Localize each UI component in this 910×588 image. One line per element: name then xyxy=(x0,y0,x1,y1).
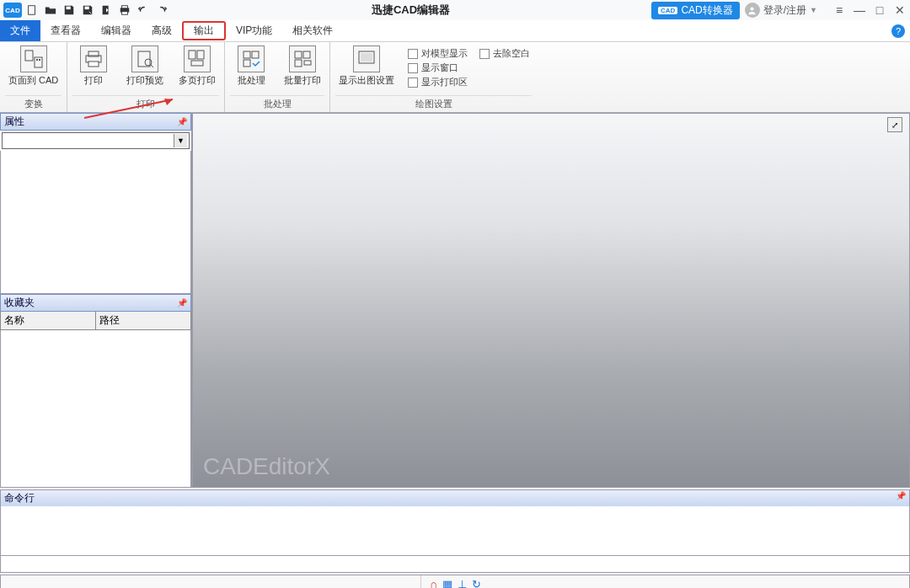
batch-print-label: 批量打印 xyxy=(284,74,321,87)
redo-icon[interactable] xyxy=(153,2,170,19)
check-show-print-area[interactable]: 显示打印区 xyxy=(408,76,468,88)
pin-icon[interactable]: 📌 xyxy=(177,117,187,126)
page-to-cad-button[interactable]: 页面到 CAD xyxy=(5,44,62,88)
ribbon-group-print: 打印 打印预览 多页打印 打印 xyxy=(67,42,225,112)
print-preview-button[interactable]: 打印预览 xyxy=(123,44,167,88)
close-icon[interactable]: ✕ xyxy=(893,3,907,17)
command-output xyxy=(1,506,909,555)
command-panel: 命令行 📌 xyxy=(0,489,910,573)
svg-rect-22 xyxy=(244,60,250,67)
favorites-panel-header[interactable]: 收藏夹 📌 xyxy=(0,294,191,312)
cad-converter-label: CAD转换器 xyxy=(681,3,732,18)
user-login-button[interactable]: 登录/注册 ▼ xyxy=(745,3,817,18)
svg-rect-7 xyxy=(25,51,33,61)
menu-viewer[interactable]: 查看器 xyxy=(40,20,91,41)
ortho-icon[interactable]: ⊥ xyxy=(458,578,467,589)
checkbox-icon xyxy=(408,63,418,73)
checkbox-icon xyxy=(479,49,490,59)
maximize-icon[interactable]: □ xyxy=(873,3,886,17)
help-icon[interactable]: ? xyxy=(891,24,905,38)
export-icon[interactable] xyxy=(98,2,115,19)
properties-combo[interactable]: ▼ xyxy=(2,132,190,149)
menu-icon[interactable]: ≡ xyxy=(832,3,846,17)
check-model-display[interactable]: 对模型显示 xyxy=(408,47,468,60)
status-bar: ∩ ▦ ⊥ ↻ xyxy=(0,575,910,588)
pin-icon[interactable]: 📌 xyxy=(896,491,906,505)
svg-rect-28 xyxy=(361,53,372,61)
command-title: 命令行 xyxy=(4,491,35,505)
minimize-icon[interactable]: — xyxy=(853,3,866,17)
favorites-panel: 收藏夹 📌 名称 路径 xyxy=(0,294,191,488)
polar-icon[interactable]: ↻ xyxy=(472,578,481,589)
user-avatar-icon xyxy=(745,3,760,18)
ribbon-group-plot-settings-label: 绘图设置 xyxy=(335,95,532,112)
print-button[interactable]: 打印 xyxy=(72,44,115,88)
snap-magnet-icon[interactable]: ∩ xyxy=(430,578,437,589)
menu-output[interactable]: 输出 xyxy=(182,21,226,40)
main-area: 属性 📌 ▼ 收藏夹 📌 名称 路径 ⤢ CADEditorX xyxy=(0,113,910,488)
checkbox-icon xyxy=(408,49,418,59)
menu-editor[interactable]: 编辑器 xyxy=(91,20,142,41)
command-input[interactable] xyxy=(1,555,909,572)
svg-rect-26 xyxy=(304,61,311,65)
open-folder-icon[interactable] xyxy=(42,2,59,19)
properties-panel: 属性 📌 ▼ xyxy=(0,113,191,294)
properties-title: 属性 xyxy=(4,115,24,129)
svg-rect-1 xyxy=(67,7,71,10)
menu-file[interactable]: 文件 xyxy=(0,20,40,41)
ribbon-group-transform: 页面到 CAD 变换 xyxy=(0,42,67,112)
save-as-icon[interactable] xyxy=(79,2,96,19)
ribbon-group-print-label: 打印 xyxy=(72,95,219,112)
app-logo-icon: CAD xyxy=(3,3,22,18)
multi-page-print-button[interactable]: 多页打印 xyxy=(175,44,219,88)
undo-icon[interactable] xyxy=(135,2,152,19)
favorites-col-path[interactable]: 路径 xyxy=(96,312,190,329)
plot-settings-icon xyxy=(353,45,380,72)
ribbon-toolbar: 页面到 CAD 变换 打印 打印预览 多页打印 打印 批处理 xyxy=(0,42,910,113)
window-title: 迅捷CAD编辑器 xyxy=(170,3,651,18)
svg-rect-8 xyxy=(35,57,42,67)
menu-advanced[interactable]: 高级 xyxy=(142,20,182,41)
menu-related-software[interactable]: 相关软件 xyxy=(282,20,343,41)
new-file-icon[interactable] xyxy=(24,2,40,19)
check-remove-blank[interactable]: 去除空白 xyxy=(479,47,530,60)
checkbox-icon xyxy=(408,78,418,88)
ribbon-group-transform-label: 变换 xyxy=(5,95,62,112)
title-bar-right: CAD CAD转换器 登录/注册 ▼ ≡ — □ ✕ xyxy=(651,2,907,19)
favorites-title: 收藏夹 xyxy=(4,296,35,310)
svg-point-15 xyxy=(145,59,152,66)
cad-converter-button[interactable]: CAD CAD转换器 xyxy=(651,2,740,19)
cad-badge-icon: CAD xyxy=(658,7,677,14)
pin-icon[interactable]: 📌 xyxy=(177,298,187,307)
favorites-col-name[interactable]: 名称 xyxy=(1,312,96,329)
command-panel-header[interactable]: 命令行 📌 xyxy=(1,490,909,506)
title-bar: CAD 迅捷CAD编辑器 CAD CAD转换器 登录/注册 ▼ ≡ — □ ✕ xyxy=(0,0,910,20)
svg-rect-25 xyxy=(295,60,302,67)
canvas-watermark: CADEditorX xyxy=(203,453,330,480)
menu-vip[interactable]: VIP功能 xyxy=(226,20,282,41)
side-panels: 属性 📌 ▼ 收藏夹 📌 名称 路径 xyxy=(0,113,192,488)
properties-panel-header[interactable]: 属性 📌 xyxy=(0,113,191,131)
batch-button[interactable]: 批处理 xyxy=(230,44,272,88)
ribbon-group-batch-label: 批处理 xyxy=(230,95,324,112)
dropdown-chevron-icon: ▼ xyxy=(810,6,817,14)
svg-rect-23 xyxy=(295,51,302,58)
grid-icon[interactable]: ▦ xyxy=(442,578,452,589)
canvas-expand-icon[interactable]: ⤢ xyxy=(887,117,902,132)
print-label: 打印 xyxy=(84,74,103,87)
plot-settings-button[interactable]: 显示出图设置 xyxy=(335,44,398,88)
svg-rect-10 xyxy=(39,59,40,61)
svg-rect-17 xyxy=(189,51,195,59)
drawing-canvas[interactable]: ⤢ CADEditorX xyxy=(192,113,910,488)
status-coords xyxy=(1,575,421,588)
batch-icon xyxy=(238,45,265,72)
multi-page-print-label: 多页打印 xyxy=(179,74,216,87)
ribbon-group-batch: 批处理 批量打印 批处理 xyxy=(225,42,330,112)
properties-body xyxy=(0,151,191,294)
save-icon[interactable] xyxy=(61,2,78,19)
svg-rect-18 xyxy=(197,51,204,59)
check-show-window[interactable]: 显示窗口 xyxy=(408,61,468,74)
batch-print-button[interactable]: 批量打印 xyxy=(281,44,324,88)
print-icon[interactable] xyxy=(116,2,133,19)
svg-rect-24 xyxy=(303,51,310,58)
